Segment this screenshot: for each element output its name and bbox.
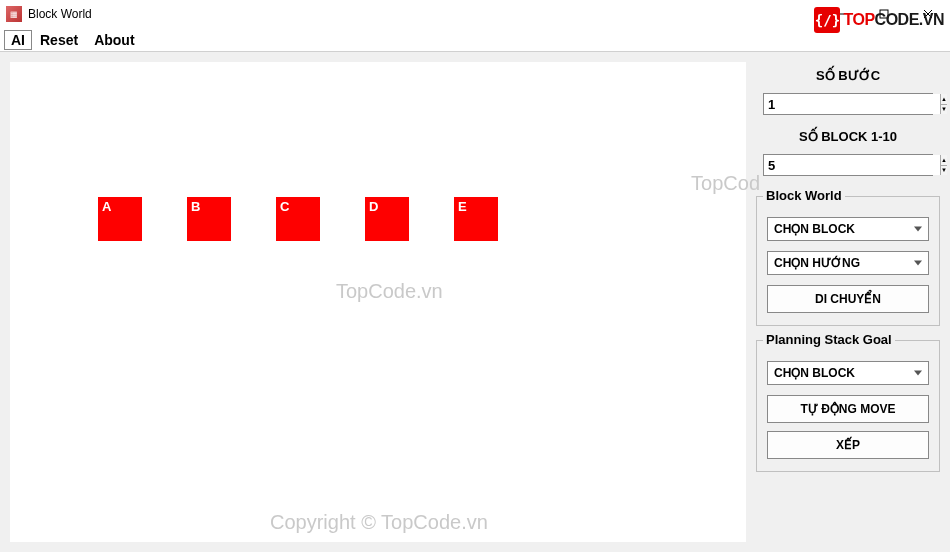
menu-about[interactable]: About xyxy=(86,30,142,50)
count-input-wrap: ▲ ▼ xyxy=(763,154,933,176)
count-up-icon[interactable]: ▲ xyxy=(941,155,947,166)
steps-down-icon[interactable]: ▼ xyxy=(941,105,947,115)
count-input[interactable] xyxy=(764,155,940,175)
watermark-bottom: Copyright © TopCode.vn xyxy=(270,511,488,534)
select-direction-label: CHỌN HƯỚNG xyxy=(774,256,860,270)
group2-title: Planning Stack Goal xyxy=(763,332,895,347)
menu-ai[interactable]: AI xyxy=(4,30,32,50)
app-icon: ▦ xyxy=(6,6,22,22)
minimize-button[interactable] xyxy=(818,0,862,28)
select-block2-label: CHỌN BLOCK xyxy=(774,366,855,380)
window-controls xyxy=(818,0,950,28)
watermark-topright: TopCod xyxy=(691,172,760,195)
menu-reset[interactable]: Reset xyxy=(32,30,86,50)
select-block-combo[interactable]: CHỌN BLOCK xyxy=(767,217,929,241)
block-d[interactable]: D xyxy=(365,197,409,241)
count-label: SỐ BLOCK 1-10 xyxy=(756,129,940,144)
window-title: Block World xyxy=(28,7,92,21)
block-b[interactable]: B xyxy=(187,197,231,241)
close-button[interactable] xyxy=(906,0,950,28)
menubar: AI Reset About xyxy=(0,28,950,52)
block-c[interactable]: C xyxy=(276,197,320,241)
steps-input-wrap: ▲ ▼ xyxy=(763,93,933,115)
move-button[interactable]: DI CHUYỂN xyxy=(767,285,929,313)
auto-move-button[interactable]: TỰ ĐỘNG MOVE xyxy=(767,395,929,423)
steps-up-icon[interactable]: ▲ xyxy=(941,94,947,105)
side-panel: SỐ BƯỚC ▲ ▼ SỐ BLOCK 1-10 ▲ ▼ Block Worl… xyxy=(756,62,940,542)
group1-title: Block World xyxy=(763,188,845,203)
group-block-world: Block World CHỌN BLOCK CHỌN HƯỚNG DI CHU… xyxy=(756,196,940,326)
count-down-icon[interactable]: ▼ xyxy=(941,166,947,176)
canvas[interactable]: TopCod TopCode.vn Copyright © TopCode.vn… xyxy=(10,62,746,542)
watermark-center: TopCode.vn xyxy=(336,280,443,303)
steps-label: SỐ BƯỚC xyxy=(756,68,940,83)
block-a[interactable]: A xyxy=(98,197,142,241)
stack-button[interactable]: XẾP xyxy=(767,431,929,459)
group-planning: Planning Stack Goal CHỌN BLOCK TỰ ĐỘNG M… xyxy=(756,340,940,472)
select-block-label: CHỌN BLOCK xyxy=(774,222,855,236)
titlebar: ▦ Block World xyxy=(0,0,950,28)
steps-input[interactable] xyxy=(764,94,940,114)
select-block2-combo[interactable]: CHỌN BLOCK xyxy=(767,361,929,385)
maximize-button[interactable] xyxy=(862,0,906,28)
block-e[interactable]: E xyxy=(454,197,498,241)
svg-rect-1 xyxy=(880,10,888,18)
content-area: TopCod TopCode.vn Copyright © TopCode.vn… xyxy=(0,52,950,552)
select-direction-combo[interactable]: CHỌN HƯỚNG xyxy=(767,251,929,275)
